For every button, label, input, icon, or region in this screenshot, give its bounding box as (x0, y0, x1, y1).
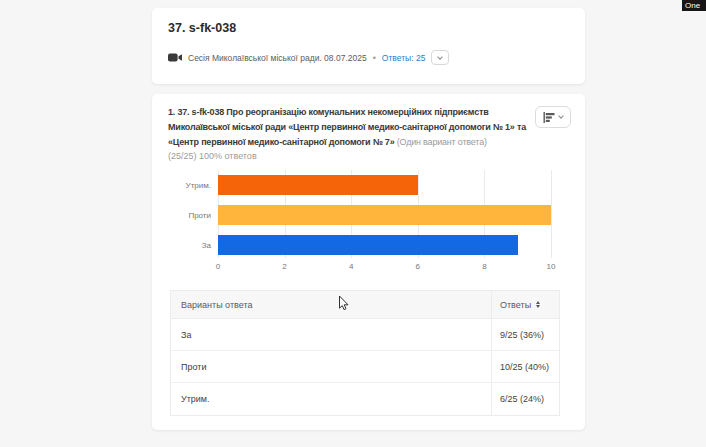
sort-icon[interactable] (536, 301, 540, 309)
bar-proty (218, 205, 551, 225)
videocam-icon (168, 52, 182, 63)
x-tick: 6 (416, 262, 420, 271)
chart-type-menu-button[interactable] (535, 106, 571, 128)
chevron-down-icon (558, 113, 564, 119)
answers-cell: 6/25 (24%) (491, 383, 559, 415)
chart-row: Утрим. (168, 170, 551, 200)
x-axis: 0 2 4 6 8 10 (218, 262, 551, 274)
bar-za (218, 235, 518, 255)
option-cell: За (171, 319, 491, 350)
sort-asc-icon (536, 301, 540, 304)
x-tick: 8 (482, 262, 486, 271)
results-bar-chart: Утрим. Проти За 0 2 4 (168, 170, 569, 274)
answers-count-link[interactable]: Ответы: 25 (382, 53, 426, 63)
x-tick: 2 (282, 262, 286, 271)
poll-header-card: 37. s-fk-038 Сесія Миколаївської міської… (152, 8, 585, 84)
table-row: Утрим. 6/25 (24%) (171, 383, 559, 415)
question-note: (Один вариант ответа) (397, 137, 487, 147)
bar-track (218, 175, 551, 195)
screen-overlay-badge: One (682, 0, 706, 11)
table-header-row: Варианты ответа Ответы (171, 291, 559, 319)
page-title: 37. s-fk-038 (168, 21, 236, 35)
bar-label: За (168, 241, 211, 250)
separator-dot: • (373, 53, 376, 63)
chevron-down-icon (438, 54, 444, 60)
question-card: 1. 37. s-fk-038 Про реорганізацію комуна… (152, 94, 585, 430)
bar-utrym (218, 175, 418, 195)
session-row: Сесія Миколаївської міської ради. 08.07.… (168, 50, 449, 65)
session-title: Сесія Миколаївської міської ради. 08.07.… (188, 53, 367, 63)
header-answers[interactable]: Ответы (500, 300, 531, 310)
sort-desc-icon (536, 305, 540, 308)
table-row: Проти 10/25 (40%) (171, 351, 559, 383)
answers-cell: 9/25 (36%) (491, 319, 559, 350)
results-table: Варианты ответа Ответы За 9/25 (36%) Про… (170, 290, 560, 416)
bar-chart-icon (543, 112, 555, 123)
chart-row: За (168, 230, 551, 260)
progress-line: (25/25) 100% ответов (168, 151, 257, 161)
poll-results-page: One 37. s-fk-038 Сесія Миколаївської міс… (0, 0, 706, 447)
x-tick: 0 (216, 262, 220, 271)
grid-line (551, 170, 552, 258)
answers-cell: 10/25 (40%) (491, 351, 559, 382)
x-tick: 4 (349, 262, 353, 271)
header-options: Варианты ответа (171, 291, 491, 318)
chart-row: Проти (168, 200, 551, 230)
bar-label: Утрим. (168, 181, 211, 190)
bar-track (218, 235, 551, 255)
option-cell: Утрим. (171, 383, 491, 415)
x-tick: 10 (547, 262, 556, 271)
option-cell: Проти (171, 351, 491, 382)
table-row: За 9/25 (36%) (171, 319, 559, 351)
question-text: 1. 37. s-fk-038 Про реорганізацію комуна… (168, 105, 534, 150)
bar-track (218, 205, 551, 225)
expand-answers-button[interactable] (431, 50, 449, 65)
bar-label: Проти (168, 211, 211, 220)
